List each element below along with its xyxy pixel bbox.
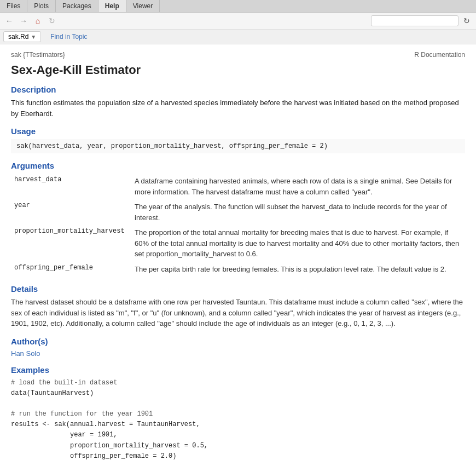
description-heading: Description — [11, 85, 465, 94]
argument-name: offspring_per_female — [11, 262, 131, 277]
author-name: Han Solo — [11, 349, 465, 358]
tab-plots[interactable]: Plots — [27, 0, 56, 12]
authors-heading: Author(s) — [11, 337, 465, 346]
examples-heading: Examples — [11, 365, 465, 375]
usage-heading: Usage — [11, 126, 465, 136]
arguments-table: harvest_dataA dataframe containing harve… — [11, 174, 465, 277]
example-line: data(TauntaunHarvest) — [11, 389, 94, 397]
examples-code: # load the built-in dataset data(Tauntau… — [11, 378, 465, 462]
example-line: results <- sak(annual.harvest = Tauntaun… — [11, 421, 200, 428]
back-button[interactable]: ← — [3, 15, 15, 27]
search-input[interactable] — [371, 15, 458, 26]
arguments-heading: Arguments — [11, 161, 465, 170]
description-text: This function estimates the population s… — [11, 97, 465, 119]
file-bar: sak.Rd ▼ Find in Topic — [0, 30, 476, 44]
example-line: # run the function for the year 1901 — [11, 410, 153, 418]
details-heading: Details — [11, 284, 465, 294]
doc-content: sak {TTestimators} R Documentation Sex-A… — [0, 44, 476, 466]
tab-help[interactable]: Help — [98, 0, 126, 12]
example-line: offspring_per_female = 2.0) — [11, 452, 176, 460]
argument-name: year — [11, 199, 131, 225]
tab-packages[interactable]: Packages — [56, 0, 98, 12]
find-in-topic-button[interactable]: Find in Topic — [45, 31, 92, 42]
example-line: proportion_mortality_harvest = 0.5, — [11, 442, 208, 450]
forward-button[interactable]: → — [18, 15, 30, 27]
nav-bar: ← → ⌂ ↻ ↻ — [0, 13, 476, 30]
file-tab-name: sak.Rd — [8, 33, 28, 41]
file-tab-arrow-icon: ▼ — [31, 34, 36, 40]
example-line: year = 1901, — [11, 431, 117, 439]
argument-name: proportion_mortality_harvest — [11, 225, 131, 262]
usage-code: sak(harvest_data, year, proportion_morta… — [11, 139, 465, 153]
argument-name: harvest_data — [11, 174, 131, 199]
argument-row: offspring_per_femaleThe per capita birth… — [11, 262, 465, 277]
tab-files[interactable]: Files — [0, 0, 27, 12]
nav-reload-button[interactable]: ↻ — [461, 15, 473, 27]
argument-desc: The year of the analysis. The function w… — [131, 199, 465, 225]
package-reference: sak {TTestimators} — [11, 51, 65, 59]
home-button[interactable]: ⌂ — [32, 15, 44, 27]
argument-row: yearThe year of the analysis. The functi… — [11, 199, 465, 225]
file-tab[interactable]: sak.Rd ▼ — [3, 31, 41, 42]
tab-viewer[interactable]: Viewer — [126, 0, 160, 12]
argument-desc: A dataframe containing harvested animals… — [131, 174, 465, 199]
argument-desc: The proportion of the total annual morta… — [131, 225, 465, 262]
doc-header: sak {TTestimators} R Documentation — [11, 51, 465, 59]
argument-row: harvest_dataA dataframe containing harve… — [11, 174, 465, 199]
argument-desc: The per capita birth rate for breeding f… — [131, 262, 465, 277]
r-documentation-label: R Documentation — [414, 51, 465, 59]
details-text: The harvest dataset should be a datafram… — [11, 297, 465, 329]
refresh-button[interactable]: ↻ — [46, 15, 58, 27]
argument-row: proportion_mortality_harvestThe proporti… — [11, 225, 465, 262]
tab-bar: Files Plots Packages Help Viewer — [0, 0, 476, 13]
doc-title: Sex-Age-Kill Estimator — [11, 63, 465, 77]
example-line: # load the built-in dataset — [11, 379, 117, 387]
